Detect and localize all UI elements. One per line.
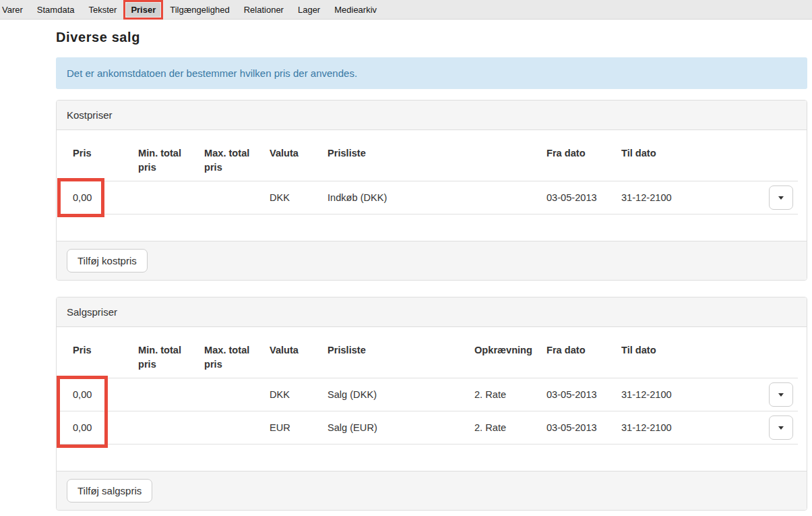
kostpriser-table: Pris Min. total pris Max. total pris Val… <box>57 140 798 214</box>
col-min-total-pris: Min. total pris <box>133 140 199 181</box>
caret-down-icon <box>778 196 784 200</box>
cell-pris: 0,00 <box>57 411 133 445</box>
col-fra-dato: Fra dato <box>541 140 616 181</box>
col-prisliste: Prisliste <box>322 337 469 378</box>
main-content: Diverse salg Det er ankomstdatoen der be… <box>56 30 807 511</box>
kostpriser-panel-title: Kostpriser <box>57 101 807 130</box>
col-til-dato: Til dato <box>616 140 751 181</box>
tab-tekster[interactable]: Tekster <box>88 5 117 15</box>
add-salgspris-button[interactable]: Tilføj salgspris <box>67 479 152 503</box>
tab-mediearkiv[interactable]: Mediearkiv <box>334 5 377 15</box>
kostpriser-header-row: Pris Min. total pris Max. total pris Val… <box>57 140 798 181</box>
table-row: 0,00 DKK Indkøb (DKK) 03-05-2013 31-12-2… <box>57 181 798 214</box>
col-fra-dato: Fra dato <box>541 337 616 378</box>
kostpriser-panel-body: Pris Min. total pris Max. total pris Val… <box>57 140 807 214</box>
col-max-total-pris: Max. total pris <box>199 140 264 181</box>
salgspriser-panel-footer: Tilføj salgspris <box>57 471 807 510</box>
col-actions <box>751 140 798 181</box>
col-actions <box>751 337 798 378</box>
cell-max-total <box>199 181 264 214</box>
kostpriser-panel-footer: Tilføj kostpris <box>57 241 807 280</box>
tab-tilgaengelighed[interactable]: Tilgængelighed <box>170 5 229 15</box>
cell-pris: 0,00 <box>57 378 133 411</box>
col-pris: Pris <box>57 337 133 378</box>
salgspriser-panel-body: Pris Min. total pris Max. total pris Val… <box>57 337 807 445</box>
table-row: 0,00 EUR Salg (EUR) 2. Rate 03-05-2013 3… <box>57 411 798 445</box>
col-til-dato: Til dato <box>616 337 751 378</box>
cell-prisliste: Indkøb (DKK) <box>322 181 541 214</box>
salgspriser-table: Pris Min. total pris Max. total pris Val… <box>57 337 798 445</box>
cell-opkraevning: 2. Rate <box>469 378 541 411</box>
caret-down-icon <box>778 426 784 430</box>
salgspriser-panel: Salgspriser Pris Min. total pris Max. to… <box>56 297 807 511</box>
cell-actions <box>751 411 798 445</box>
salgspriser-header-row: Pris Min. total pris Max. total pris Val… <box>57 337 798 378</box>
tab-stamdata[interactable]: Stamdata <box>37 5 75 15</box>
tab-priser[interactable]: Priser <box>126 3 160 17</box>
cell-valuta: DKK <box>264 181 322 214</box>
col-prisliste: Prisliste <box>322 140 541 181</box>
cell-valuta: DKK <box>264 378 322 411</box>
tab-varer[interactable]: Varer <box>2 5 23 15</box>
row-dropdown-button[interactable] <box>769 415 793 440</box>
table-row: 0,00 DKK Salg (DKK) 2. Rate 03-05-2013 3… <box>57 378 798 411</box>
col-opkraevning: Opkrævning <box>469 337 541 378</box>
cell-til-dato: 31-12-2100 <box>616 181 751 214</box>
cell-min-total <box>133 411 199 445</box>
salgspriser-panel-title: Salgspriser <box>57 297 807 327</box>
cell-min-total <box>133 378 199 411</box>
cell-pris: 0,00 <box>57 181 133 214</box>
row-dropdown-button[interactable] <box>769 185 793 210</box>
cell-actions <box>751 378 798 411</box>
kostpriser-panel: Kostpriser Pris Min. total pris Max. tot… <box>56 100 807 281</box>
col-max-total-pris: Max. total pris <box>199 337 264 378</box>
col-pris: Pris <box>57 140 133 181</box>
cell-fra-dato: 03-05-2013 <box>541 411 616 445</box>
cell-prisliste: Salg (DKK) <box>322 378 469 411</box>
tab-lager[interactable]: Lager <box>298 5 320 15</box>
info-alert: Det er ankomstdatoen der bestemmer hvilk… <box>56 57 807 89</box>
col-valuta: Valuta <box>264 140 322 181</box>
col-min-total-pris: Min. total pris <box>133 337 199 378</box>
add-kostpris-button[interactable]: Tilføj kostpris <box>67 249 148 273</box>
top-nav: Varer Stamdata Tekster Priser Tilgængeli… <box>0 0 812 20</box>
col-valuta: Valuta <box>264 337 322 378</box>
cell-til-dato: 31-12-2100 <box>616 411 751 445</box>
cell-prisliste: Salg (EUR) <box>322 411 469 445</box>
row-dropdown-button[interactable] <box>769 382 793 407</box>
cell-min-total <box>133 181 199 214</box>
cell-actions <box>751 181 798 214</box>
tab-relationer[interactable]: Relationer <box>244 5 284 15</box>
cell-fra-dato: 03-05-2013 <box>541 378 616 411</box>
cell-max-total <box>199 378 264 411</box>
cell-opkraevning: 2. Rate <box>469 411 541 445</box>
cell-til-dato: 31-12-2100 <box>616 378 751 411</box>
page-title: Diverse salg <box>56 30 807 45</box>
caret-down-icon <box>778 393 784 397</box>
cell-valuta: EUR <box>264 411 322 445</box>
cell-fra-dato: 03-05-2013 <box>541 181 616 214</box>
cell-max-total <box>199 411 264 445</box>
